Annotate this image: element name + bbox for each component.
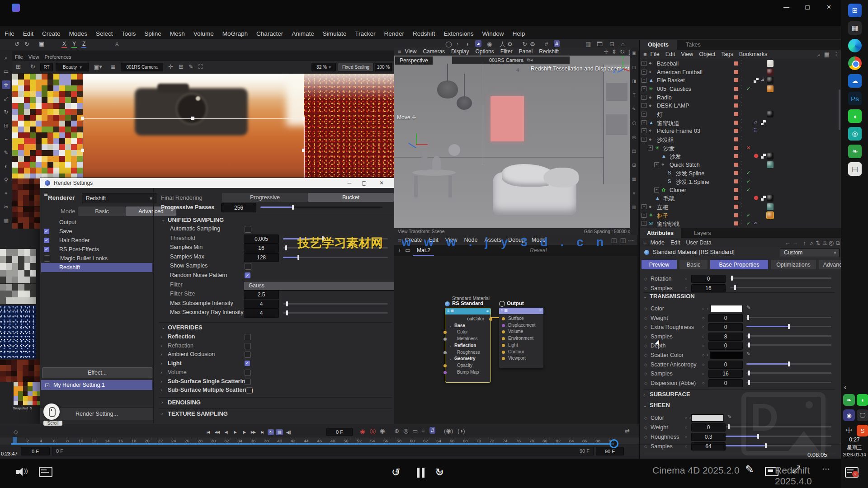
side-tool-icon-6[interactable]: ◎	[631, 134, 637, 140]
key-scale-icon[interactable]: ◎	[403, 428, 408, 434]
color-swatch[interactable]	[710, 352, 743, 359]
keyrecord-icon[interactable]: ◉	[380, 428, 385, 434]
visibility-dots-icon[interactable]: ⁚	[741, 119, 742, 124]
layer-color-chip[interactable]	[734, 205, 738, 209]
app-tiles-icon[interactable]: ⊞	[848, 4, 862, 17]
ipr-rt-button[interactable]: RT	[40, 63, 53, 71]
visibility-dots-icon[interactable]: ⁚	[741, 136, 742, 141]
ipr-menu-preferences[interactable]: Preferences	[44, 54, 71, 60]
layer-color-chip[interactable]	[734, 103, 738, 108]
port-in[interactable]	[443, 371, 447, 374]
object-row[interactable]: ▲沙发⁚⬢⊿	[640, 152, 841, 160]
dialog-nav-redshift[interactable]: Redshift	[41, 263, 152, 272]
app-teal-icon[interactable]: ◎	[848, 127, 862, 141]
visibility-dots-icon[interactable]: ⁚	[741, 211, 742, 216]
ipr-beauty-dropdown[interactable]: Beauty▾	[56, 63, 89, 71]
ipr-camera-field[interactable]: 001RS Camera	[121, 63, 163, 71]
attr-slider[interactable]	[746, 317, 831, 318]
redshift-material-tag-icon[interactable]: ⬢	[754, 153, 758, 159]
attr-field[interactable]: 0	[691, 275, 726, 283]
object-row[interactable]: +✳柜子⁚✓	[640, 211, 841, 220]
forward-icon[interactable]: →	[792, 240, 798, 246]
range-start-field[interactable]: 0 F	[21, 447, 50, 455]
expand-icon[interactable]: +	[642, 213, 646, 218]
attr-slider[interactable]	[746, 335, 831, 337]
nav-checkbox[interactable]: ✓	[44, 247, 49, 252]
taskbar-collapse-icon[interactable]: ‹	[844, 383, 846, 391]
override-checkbox[interactable]	[245, 370, 251, 376]
obs-icon[interactable]: ◉	[843, 409, 855, 421]
ipr-scaling-dropdown[interactable]: Fixed Scaling	[338, 63, 374, 71]
display-icon[interactable]: 🖵	[857, 409, 868, 421]
objects-menu-object[interactable]: Object	[699, 51, 715, 57]
rotate-gear2-icon[interactable]: ⚙	[530, 41, 535, 47]
chrome-icon[interactable]	[848, 56, 862, 70]
tool-icon-6[interactable]: ⌁	[2, 135, 10, 143]
expand-icon[interactable]: +	[654, 162, 659, 167]
material-thumbnail[interactable]	[767, 195, 774, 202]
object-row[interactable]: +✿Cloner⁚✓	[640, 186, 841, 194]
link-dot-icon[interactable]: ○	[685, 286, 687, 291]
rotate-gear-icon[interactable]: ↻	[522, 41, 527, 47]
output-node[interactable]: S ▦ ≡ SurfaceDisplacementVolumeEnvironme…	[499, 308, 543, 368]
side-tool-icon-0[interactable]: ▣	[631, 50, 637, 56]
attributes-menu-edit[interactable]: Edit	[670, 239, 680, 246]
anim-dot-icon[interactable]: ◇	[644, 325, 647, 329]
volume-icon[interactable]: ))	[16, 467, 28, 477]
expand-icon[interactable]: +	[642, 95, 646, 100]
anim-dot-icon[interactable]: ◇	[644, 316, 647, 320]
link-dot-icon[interactable]: ○	[685, 277, 687, 281]
param-field[interactable]: 128	[244, 253, 279, 262]
video-progress-rest[interactable]	[614, 444, 864, 444]
ipr-zoom-dropdown[interactable]: 32 %▾	[311, 63, 336, 71]
attr-field[interactable]: 0	[708, 361, 743, 369]
side-tool-icon-8[interactable]: ⊞	[631, 162, 637, 168]
progressive-button[interactable]: Progressive	[222, 193, 308, 202]
object-row[interactable]: +●沙发组⁚	[640, 136, 841, 144]
anim-dot-icon[interactable]: ◇	[644, 425, 647, 430]
ipr-restart-icon[interactable]: ⊞	[16, 64, 21, 70]
ipr-pen-icon[interactable]: ✎	[189, 64, 193, 70]
objects-filter-icon[interactable]: ▦	[824, 52, 830, 57]
rs-standard-node[interactable]: S ▦ ≡ outColor⌄BaseColorMetalness⌄Reflec…	[445, 308, 491, 383]
progressive-passes-slider[interactable]	[260, 206, 382, 208]
side-tool-icon-3[interactable]: T	[631, 92, 637, 98]
skip-back-button[interactable]: ↺10	[392, 466, 401, 479]
checker-tag-icon[interactable]	[761, 120, 766, 125]
playback-opt1-icon[interactable]: (◉)	[444, 428, 453, 434]
tool-icon-12[interactable]: ▦	[2, 216, 10, 225]
anim-dot-icon[interactable]: ◇	[644, 353, 647, 357]
attributes-menu-user-data[interactable]: User Data	[686, 239, 711, 246]
wechat-icon-2[interactable]: ◖	[857, 394, 868, 406]
preset-dropdown[interactable]: Custom ▾	[780, 248, 840, 257]
color-swatch[interactable]	[710, 305, 743, 312]
visibility-dots-icon[interactable]: ⁚	[741, 110, 742, 115]
viewport-menu-display[interactable]: Display	[451, 48, 469, 55]
objects-menu-view[interactable]: View	[681, 51, 693, 57]
port-in[interactable]	[443, 338, 447, 341]
side-tool-icon-5[interactable]: ⬡	[631, 120, 637, 126]
tool-icon-2[interactable]: ✛	[2, 80, 10, 89]
selection-rect[interactable]	[83, 118, 305, 183]
dialog-close[interactable]: ✕	[379, 180, 384, 186]
expand-icon[interactable]: ›	[707, 352, 708, 357]
anim-dot-icon[interactable]: ◇	[644, 381, 647, 385]
up-icon[interactable]: ↑	[803, 240, 807, 246]
port-in[interactable]	[502, 344, 505, 347]
anim-dot-icon[interactable]: ◇	[644, 343, 647, 348]
range-end-field[interactable]: 90 F	[596, 447, 624, 455]
attr-tab-preview[interactable]: Preview	[642, 260, 677, 269]
keyframe-diamond-icon[interactable]: ◇	[14, 429, 18, 435]
attr-filter-icon[interactable]: ⇅	[816, 240, 821, 246]
objects-menu-edit[interactable]: Edit	[665, 51, 675, 57]
material-thumbnail[interactable]	[767, 85, 774, 92]
undo-icon[interactable]: ↺	[14, 41, 19, 47]
object-row[interactable]: +⌖Baseball⁚	[640, 60, 841, 68]
side-tool-icon-2[interactable]: ◨	[631, 78, 637, 84]
cloud-icon[interactable]: ☁	[848, 74, 862, 88]
attr-field[interactable]: 0	[708, 342, 743, 350]
group-collapse-icon[interactable]: ⌄	[449, 356, 453, 361]
material-thumbnail[interactable]	[767, 69, 774, 75]
param-checkbox[interactable]: ✓	[245, 272, 250, 278]
effect-button[interactable]: Effect...	[42, 367, 152, 378]
